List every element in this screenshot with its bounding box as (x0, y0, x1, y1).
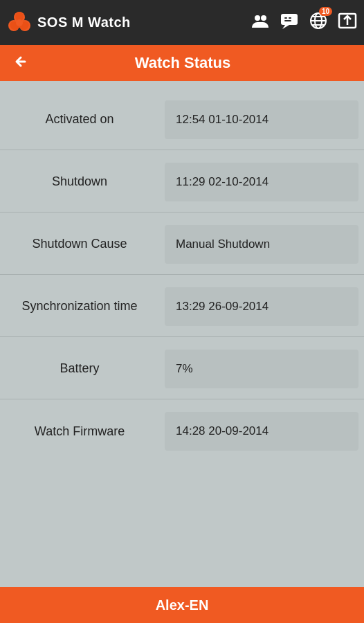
row-value-wrap-1: 11:29 02-10-2014 (159, 152, 364, 212)
page-title: Watch Status (30, 54, 335, 72)
svg-point-7 (16, 19, 23, 26)
row-label-0: Activated on (0, 89, 159, 150)
svg-rect-14 (284, 20, 291, 21)
status-table: Activated on 12:54 01-10-2014 Shutdown 1… (0, 81, 364, 587)
svg-marker-11 (282, 25, 289, 29)
row-value-wrap-3: 13:29 26-09-2014 (159, 276, 364, 336)
contacts-icon[interactable] (251, 11, 270, 35)
svg-point-9 (261, 15, 266, 21)
row-label-3: Synchronization time (0, 276, 159, 336)
row-value-1: 11:29 02-10-2014 (165, 163, 358, 201)
top-bar-actions: 10 (251, 11, 357, 35)
footer-username: Alex-EN (156, 597, 209, 613)
table-row: Synchronization time 13:29 26-09-2014 (0, 276, 364, 337)
globe-icon[interactable]: 10 (309, 11, 328, 35)
app-logo: SOS M Watch (7, 10, 131, 35)
row-value-wrap-5: 14:28 20-09-2014 (159, 401, 364, 462)
notification-badge: 10 (319, 7, 332, 16)
row-value-4: 7% (165, 350, 358, 388)
table-row: Activated on 12:54 01-10-2014 (0, 89, 364, 150)
row-value-2: Manual Shutdown (165, 225, 358, 264)
app-name: SOS M Watch (37, 15, 131, 30)
row-value-wrap-0: 12:54 01-10-2014 (159, 89, 364, 150)
row-label-1: Shutdown (0, 152, 159, 212)
messages-icon[interactable] (280, 11, 299, 35)
svg-rect-12 (284, 17, 287, 19)
row-value-0: 12:54 01-10-2014 (165, 100, 358, 139)
svg-rect-10 (281, 14, 298, 25)
row-value-3: 13:29 26-09-2014 (165, 287, 358, 326)
row-label-5: Watch Firmware (0, 401, 159, 462)
row-value-wrap-2: Manual Shutdown (159, 214, 364, 274)
table-row: Shutdown Cause Manual Shutdown (0, 214, 364, 275)
footer-bar: Alex-EN (0, 587, 364, 623)
table-row: Shutdown 11:29 02-10-2014 (0, 152, 364, 213)
share-icon[interactable] (338, 11, 357, 35)
back-button[interactable] (11, 52, 30, 74)
row-label-2: Shutdown Cause (0, 214, 159, 274)
app-logo-icon (7, 10, 32, 35)
row-label-4: Battery (0, 338, 159, 399)
svg-point-8 (255, 15, 260, 21)
table-row: Battery 7% (0, 338, 364, 399)
row-value-wrap-4: 7% (159, 338, 364, 399)
top-navigation-bar: SOS M Watch (0, 0, 364, 45)
svg-rect-13 (289, 17, 291, 19)
header-bar: Watch Status (0, 45, 364, 81)
row-value-5: 14:28 20-09-2014 (165, 412, 358, 451)
table-row: Watch Firmware 14:28 20-09-2014 (0, 401, 364, 462)
